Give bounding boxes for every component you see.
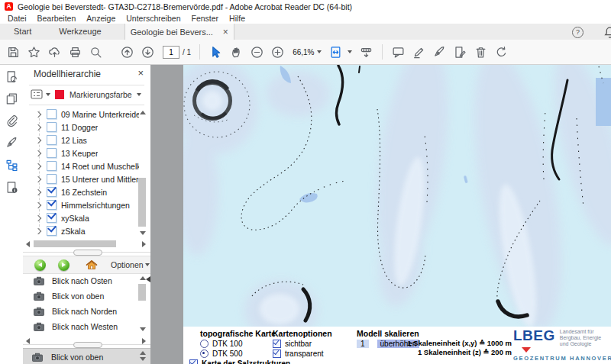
chevron-right-icon[interactable]: [35, 176, 41, 182]
bell-icon[interactable]: [603, 26, 611, 39]
view-row[interactable]: Blick nach Norden: [23, 304, 139, 319]
tab-start[interactable]: Start: [0, 24, 45, 40]
sign-icon[interactable]: [429, 42, 450, 62]
view-row[interactable]: Blick von oben: [23, 288, 139, 304]
fill-sign-icon[interactable]: [450, 42, 470, 62]
tree-row[interactable]: zSkala: [23, 224, 139, 237]
chevron-right-icon[interactable]: [35, 111, 41, 117]
save-icon[interactable]: [3, 42, 24, 62]
zoom-caret-icon[interactable]: [317, 50, 322, 53]
chevron-right-icon[interactable]: [35, 137, 41, 143]
kartenoption-row[interactable]: sichtbar: [273, 339, 332, 348]
scale-value-field[interactable]: 1: [357, 340, 369, 348]
salz-checkbox[interactable]: [189, 359, 198, 364]
rail-page-with-arrow-button[interactable]: [0, 66, 23, 87]
zoom-out-icon[interactable]: [247, 42, 267, 62]
tree-row[interactable]: 14 Roet und Muschelkalk: [23, 159, 139, 172]
hand-tool-icon[interactable]: [226, 42, 247, 62]
menu-unterschreiben[interactable]: Unterschreiben: [121, 14, 186, 23]
star-icon[interactable]: [24, 42, 44, 62]
layer-checkbox[interactable]: [47, 226, 57, 236]
rail-model-tree-button[interactable]: [0, 154, 23, 176]
share-icon[interactable]: [44, 42, 65, 62]
rail-page-thumbnails-button[interactable]: [0, 88, 23, 109]
tab-document[interactable]: Geologie bei Bevers... ×: [124, 24, 234, 40]
menu-fenster[interactable]: Fenster: [186, 14, 224, 23]
rotate-icon[interactable]: [491, 42, 512, 62]
menu-anzeige[interactable]: Anzeige: [81, 14, 121, 23]
current-view-bar[interactable]: Blick von oben: [23, 348, 150, 364]
layer-checkbox[interactable]: [47, 187, 57, 197]
fit-page-icon[interactable]: [325, 42, 346, 62]
zoom-in-icon[interactable]: [267, 42, 288, 62]
scroll-up-icon[interactable]: [140, 111, 146, 114]
home-view-icon[interactable]: [86, 259, 98, 271]
layer-checkbox[interactable]: [47, 109, 57, 119]
tab-close-icon[interactable]: ×: [223, 28, 228, 36]
tree-row[interactable]: 15 Unterer und Mittlerer Bur: [23, 172, 139, 185]
page-down-icon[interactable]: [137, 42, 158, 62]
layer-checkbox[interactable]: [47, 200, 57, 210]
kartenoption-row[interactable]: transparent: [273, 349, 332, 358]
spinner-down-icon[interactable]: [140, 357, 146, 361]
toolbox-icon[interactable]: [356, 42, 377, 62]
marker-color-label[interactable]: Markierungsfarbe: [70, 90, 132, 99]
layer-checkbox[interactable]: [47, 135, 57, 145]
tree-scrollbar-thumb[interactable]: [138, 178, 146, 227]
view-spinner[interactable]: [140, 351, 146, 361]
rail-signatures-button[interactable]: [0, 132, 23, 153]
menu-datei[interactable]: Datei: [2, 14, 32, 23]
trash-icon[interactable]: [470, 42, 491, 62]
chevron-right-icon[interactable]: [35, 150, 41, 156]
select-tool-icon[interactable]: [205, 42, 226, 62]
layer-checkbox[interactable]: [47, 161, 57, 171]
next-view-button[interactable]: [58, 259, 70, 271]
menu-hilfe[interactable]: Hilfe: [224, 14, 251, 23]
spinner-up-icon[interactable]: [140, 351, 146, 355]
tab-tools[interactable]: Werkzeuge: [45, 24, 115, 40]
tree-row[interactable]: Himmelsrichtungen: [23, 198, 139, 211]
chevron-right-icon[interactable]: [35, 227, 41, 234]
search-icon[interactable]: [86, 42, 106, 62]
views-scrollbar-thumb[interactable]: [138, 284, 146, 301]
scroll-down-icon[interactable]: [140, 231, 146, 235]
panel-splitter[interactable]: [23, 341, 150, 348]
page-number-input[interactable]: [163, 46, 179, 59]
panel-close-icon[interactable]: ×: [137, 68, 144, 79]
tree-row[interactable]: 12 Lias: [23, 134, 139, 147]
rail-attachments-button[interactable]: [0, 110, 23, 131]
tree-row[interactable]: 13 Keuper: [23, 147, 139, 159]
tree-row[interactable]: xySkala: [23, 211, 139, 224]
marker-color-swatch[interactable]: [55, 90, 64, 99]
scroll-up-icon[interactable]: [140, 276, 146, 280]
chevron-right-icon[interactable]: [35, 124, 41, 130]
comment-icon[interactable]: [388, 42, 409, 62]
layer-checkbox[interactable]: [47, 174, 57, 184]
radio-icon[interactable]: [200, 350, 209, 358]
options-caret-icon[interactable]: [145, 263, 150, 266]
fit-caret-icon[interactable]: [348, 50, 352, 53]
panel-splitter[interactable]: [23, 249, 150, 256]
tree-options-caret-icon[interactable]: [46, 93, 50, 96]
radio-icon[interactable]: [200, 340, 209, 348]
options-menu[interactable]: Optionen: [111, 260, 144, 269]
chevron-right-icon[interactable]: [35, 188, 41, 195]
zoom-level-label[interactable]: 66,1%: [293, 48, 314, 56]
tree-row[interactable]: 09 Marine Unterkreide: [23, 108, 139, 121]
tree-hscrollbar-thumb[interactable]: [34, 240, 116, 247]
menu-bearbeiten[interactable]: Bearbeiten: [32, 14, 82, 23]
page-up-icon[interactable]: [117, 42, 137, 62]
tree-row[interactable]: 11 Dogger: [23, 121, 139, 134]
view-row[interactable]: Blick nach Osten: [23, 273, 139, 288]
checkbox-icon[interactable]: [273, 340, 281, 348]
layer-checkbox[interactable]: [47, 213, 57, 223]
tree-row[interactable]: 16 Zechstein: [23, 185, 139, 198]
marker-caret-icon[interactable]: [137, 93, 141, 96]
scroll-left-icon[interactable]: [26, 241, 30, 247]
help-icon[interactable]: ?: [572, 27, 584, 38]
chevron-right-icon[interactable]: [35, 214, 41, 221]
print-icon[interactable]: [65, 42, 86, 62]
previous-view-button[interactable]: [34, 259, 46, 271]
checkbox-icon[interactable]: [273, 350, 281, 358]
scroll-down-icon[interactable]: [140, 327, 146, 331]
